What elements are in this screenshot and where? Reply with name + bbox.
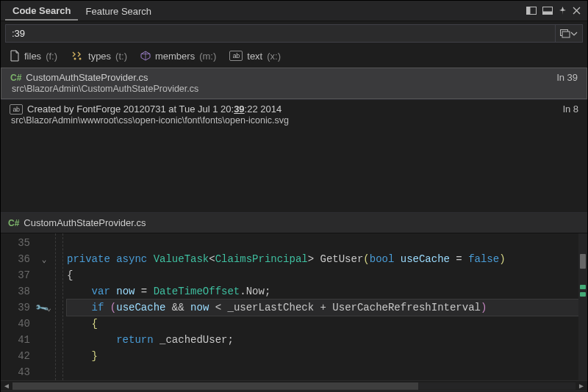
- search-row: [5, 24, 583, 43]
- scroll-marker: [580, 254, 586, 269]
- filter-bar: files (f:) types (t:) members (m:) ab te…: [1, 46, 587, 68]
- search-tabbar: Code Search Feature Search: [1, 1, 587, 21]
- search-input[interactable]: [6, 25, 555, 42]
- fold-gutter: ⌄ 🔧⌄: [36, 233, 52, 380]
- svg-point-7: [79, 58, 82, 60]
- line-number-gutter: 35 36 37 38 39 40 41 42 43: [1, 233, 36, 380]
- code-editor[interactable]: 35 36 37 38 39 40 41 42 43 ⌄ 🔧⌄: [1, 233, 587, 380]
- file-icon: [10, 50, 20, 62]
- filter-files-hint: (f:): [46, 51, 57, 62]
- result-line: ln 8: [549, 104, 578, 115]
- filter-types-label: types: [88, 51, 111, 62]
- text-file-icon: ab: [10, 104, 23, 115]
- preview-file-name: CustomAuthStateProvider.cs: [24, 217, 146, 228]
- filter-files[interactable]: files (f:): [10, 50, 57, 62]
- csharp-icon: C#: [10, 73, 21, 83]
- window-controls: [524, 5, 583, 16]
- close-icon[interactable]: [570, 5, 583, 16]
- result-item[interactable]: ab Created by FontForge 20120731 at Tue …: [1, 99, 587, 130]
- svg-rect-1: [527, 7, 531, 15]
- current-line: if (useCache && now < _userLastCheck + U…: [67, 300, 587, 316]
- scroll-marker: [580, 285, 586, 289]
- results-list: C# CustomAuthStateProvider.cs ln 39 src\…: [1, 68, 587, 130]
- result-title: CustomAuthStateProvider.cs: [26, 72, 538, 83]
- filter-members-hint: (m:): [199, 51, 216, 62]
- filter-types-hint: (t:): [115, 51, 127, 62]
- filter-types[interactable]: types (t:): [71, 51, 127, 62]
- vertical-scrollbar[interactable]: [578, 233, 587, 380]
- text-icon: ab: [229, 51, 243, 61]
- csharp-icon: C#: [8, 218, 19, 228]
- tab-code-search[interactable]: Code Search: [5, 1, 78, 21]
- search-scope-dropdown[interactable]: [555, 25, 582, 42]
- dock-left-icon[interactable]: [524, 5, 539, 16]
- result-line: ln 39: [548, 72, 578, 83]
- result-item[interactable]: C# CustomAuthStateProvider.cs ln 39 src\…: [1, 68, 587, 99]
- svg-point-6: [74, 58, 76, 60]
- horizontal-scrollbar[interactable]: ◄ ►: [1, 380, 587, 391]
- types-icon: [71, 51, 84, 61]
- svg-rect-3: [543, 12, 553, 15]
- preview-pane: C# CustomAuthStateProvider.cs 35 36 37 3…: [1, 212, 587, 392]
- dock-bottom-icon[interactable]: [540, 5, 555, 16]
- filter-members-label: members: [155, 51, 195, 62]
- scroll-left-icon[interactable]: ◄: [1, 382, 12, 390]
- code-content: private async ValueTask<ClaimsPrincipal>…: [67, 233, 587, 380]
- pin-icon[interactable]: [556, 5, 569, 16]
- chevron-down-icon: [570, 29, 578, 38]
- tab-feature-search[interactable]: Feature Search: [78, 1, 159, 20]
- result-path: src\BlazorAdmin\wwwroot\css\open-iconic\…: [10, 115, 578, 126]
- members-icon: [140, 51, 151, 61]
- filter-files-label: files: [24, 51, 41, 62]
- scroll-marker: [580, 292, 586, 297]
- filter-text-hint: (x:): [267, 51, 281, 62]
- indent-guides: [52, 233, 67, 380]
- filter-text[interactable]: ab text (x:): [229, 51, 281, 62]
- scope-icon: [560, 29, 570, 38]
- result-path: src\BlazorAdmin\CustomAuthStateProvider.…: [10, 84, 578, 94]
- filter-text-label: text: [247, 51, 262, 62]
- preview-file-tab[interactable]: C# CustomAuthStateProvider.cs: [1, 213, 587, 233]
- scroll-right-icon[interactable]: ►: [576, 382, 587, 390]
- fold-chevron-icon[interactable]: ⌄: [42, 255, 47, 264]
- filter-members[interactable]: members (m:): [140, 51, 216, 62]
- svg-rect-5: [562, 32, 570, 37]
- result-title: Created by FontForge 20120731 at Tue Jul…: [27, 104, 539, 115]
- scroll-thumb[interactable]: [12, 382, 418, 390]
